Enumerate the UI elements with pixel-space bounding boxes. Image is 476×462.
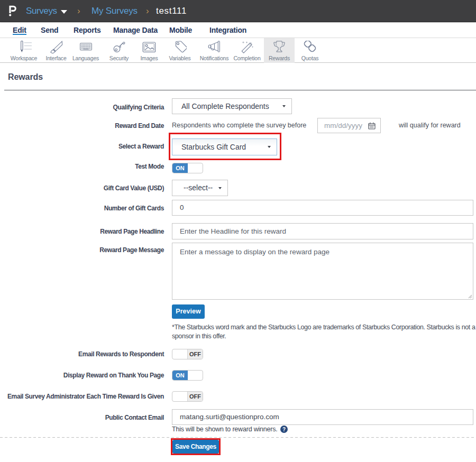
svg-text:?: ? — [282, 427, 286, 432]
